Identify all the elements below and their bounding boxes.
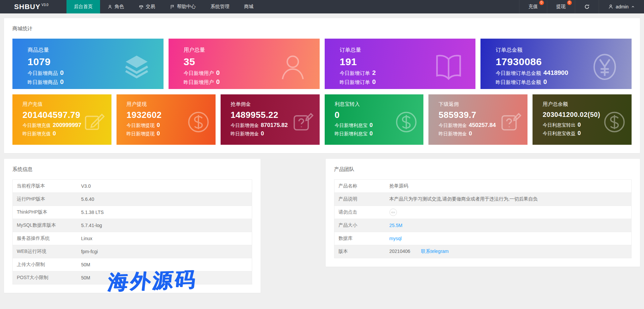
row-value: 5.6.40 xyxy=(77,193,252,206)
dollar-circle-icon xyxy=(394,109,419,134)
card-subline-value: 0 xyxy=(372,78,376,85)
shop-statistics-panel: 商城统计 商品总量1079今日新增商品0昨日新增商品0用户总量35今日新增用户0… xyxy=(4,18,640,153)
card-subline-label: 今日新增用户 xyxy=(184,70,214,76)
system-info-title: 系统信息 xyxy=(12,166,252,173)
book-icon xyxy=(433,51,464,82)
stat-card-用户总量: 用户总量35今日新增用户0昨日新增用户0 xyxy=(169,39,320,89)
nav-item-商城[interactable]: 商城 xyxy=(237,0,261,13)
refresh-icon xyxy=(584,4,590,9)
product-team-table: 产品名称抢单源码产品说明本产品只为学习测试交流,请勿要做商业或者用于违法行为,一… xyxy=(334,179,632,258)
nav-action-提现[interactable]: 提现0 xyxy=(547,0,575,13)
row-value: Linux xyxy=(77,232,252,245)
watermark-text: 海外源码 xyxy=(106,266,198,296)
card-title: 用户提现 xyxy=(127,101,216,107)
row-label: 产品名称 xyxy=(334,180,385,193)
product-team-panel: 产品团队 产品名称抢单源码产品说明本产品只为学习测试交流,请勿要做商业或者用于违… xyxy=(326,159,640,267)
help-edit-icon xyxy=(498,109,523,134)
nav-item-label: 系统管理 xyxy=(211,4,229,10)
card-title: 利息宝转入 xyxy=(335,101,424,107)
card-subline-value: 0 xyxy=(261,130,264,137)
table-row: 产品大小25.5M xyxy=(334,219,632,232)
row-value: 本产品只为学习测试交流,请勿要做商业或者用于违法行为,一切后果自负 xyxy=(385,193,632,206)
row-value: 5.1.38 LTS xyxy=(77,206,252,219)
card-subline-value: 870175.82 xyxy=(261,122,288,128)
nav-item-角色[interactable]: 角色 xyxy=(100,0,131,13)
card-subline-value: 4418900 xyxy=(543,69,568,76)
row-label: 产品说明 xyxy=(334,193,385,206)
bottom-panels: 系统信息 当前程序版本V3.0运行PHP版本5.6.40ThinkPHP版本5.… xyxy=(4,159,640,293)
card-subline-label: 今日新增利息宝 xyxy=(335,123,368,128)
card-title: 抢单佣金 xyxy=(231,101,320,107)
card-title: 用户总余额 xyxy=(543,101,632,107)
stat-cards-row2: 用户充值201404597.79今日新增充值200999997昨日新增充值0用户… xyxy=(12,94,632,145)
table-row: 当前程序版本V3.0 xyxy=(13,180,252,193)
row-value-text: 5.7.41-log xyxy=(81,223,102,228)
app-logo: SHBUY V3.0 xyxy=(0,0,66,13)
stat-card-下级返佣: 下级返佣585939.7今日新增佣金450257.84昨日新增佣金0 xyxy=(428,94,527,145)
dollar-circle-icon xyxy=(186,109,211,134)
row-value: 404 xyxy=(385,206,632,219)
logo-version: V3.0 xyxy=(42,3,49,7)
stat-card-用户提现: 用户提现1932602今日新增提现0昨日新增提现0 xyxy=(117,94,216,145)
row-value-text: 20210406 xyxy=(389,249,410,254)
card-subline-value: 0 xyxy=(60,69,64,76)
card-subline-label: 今日利息宝转出 xyxy=(543,122,576,128)
nav-item-后台首页[interactable]: 后台首页 xyxy=(66,0,100,13)
top-navbar: SHBUY V3.0 后台首页角色交易帮助中心系统管理商城 充值0提现0admi… xyxy=(0,0,644,13)
chevron-up-icon xyxy=(631,5,635,9)
nav-item-label: 帮助中心 xyxy=(177,4,196,10)
stat-card-利息宝转入: 利息宝转入0今日新增利息宝0昨日新增利息宝0 xyxy=(325,94,424,145)
card-subline-label: 昨日新增订单 xyxy=(340,79,370,85)
table-row: 版本20210406联系telegram xyxy=(334,245,632,258)
layers-icon xyxy=(121,51,152,82)
table-row: 产品名称抢单源码 xyxy=(334,180,632,193)
card-subline-label: 今日新增订单 xyxy=(340,70,370,76)
stat-cards-row1: 商品总量1079今日新增商品0昨日新增商品0用户总量35今日新增用户0昨日新增用… xyxy=(12,39,632,89)
row-value: 5.7.41-log xyxy=(77,219,252,232)
user-outline-icon xyxy=(277,51,308,82)
row-value: 抢单源码 xyxy=(385,180,632,193)
main-menu: 后台首页角色交易帮助中心系统管理商城 xyxy=(66,0,261,13)
row-value-text: V3.0 xyxy=(81,183,91,189)
card-subline-value: 0 xyxy=(469,130,472,137)
card-subline-value: 0 xyxy=(157,122,160,128)
nav-item-系统管理[interactable]: 系统管理 xyxy=(203,0,237,13)
row-value-text: Linux xyxy=(81,236,92,241)
scales-icon xyxy=(139,4,144,9)
row-value: 25.5M xyxy=(385,219,632,232)
row-value: V3.0 xyxy=(77,180,252,193)
refresh-button[interactable] xyxy=(575,0,599,13)
card-subline-label: 今日新增充值 xyxy=(22,123,51,128)
card-subline-label: 昨日新增订单总金额 xyxy=(496,79,541,85)
broken-image-404: 404 xyxy=(389,209,397,216)
card-title: 用户充值 xyxy=(22,101,111,107)
stat-card-用户充值: 用户充值201404597.79今日新增充值200999997昨日新增充值0 xyxy=(12,94,111,145)
row-label: 服务器操作系统 xyxy=(13,232,77,245)
navbar-right-actions: 充值0提现0admin xyxy=(519,0,644,13)
card-subline-value: 2 xyxy=(372,69,376,76)
row-label: 当前程序版本 xyxy=(13,180,77,193)
row-value: fpm-fcgi xyxy=(77,245,252,258)
nav-item-label: 交易 xyxy=(146,4,155,10)
nav-action-label: 提现 xyxy=(556,4,566,10)
table-row: WEB运行环境fpm-fcgi xyxy=(13,245,252,258)
stat-card-订单总量: 订单总量191今日新增订单2昨日新增订单0 xyxy=(325,39,476,89)
nav-item-label: 后台首页 xyxy=(74,4,93,10)
nav-item-label: 角色 xyxy=(114,4,124,10)
card-subline-value: 0 xyxy=(216,78,220,85)
nav-item-帮助中心[interactable]: 帮助中心 xyxy=(163,0,203,13)
row-label: 请勿点击 xyxy=(334,206,385,219)
logo-text: SHBUY xyxy=(14,3,41,11)
row-value-link[interactable]: 25.5M xyxy=(389,223,403,228)
row-value-link[interactable]: 联系telegram xyxy=(421,249,449,254)
card-subline-label: 昨日新增利息宝 xyxy=(335,131,368,136)
card-subline-value: 0 xyxy=(60,78,64,85)
row-value-text: 50M xyxy=(81,275,90,280)
row-value-link[interactable]: mysql xyxy=(389,236,402,241)
stat-card-订单总金额: 订单总金额17930086今日新增订单总金额4418900昨日新增订单总金额0 xyxy=(480,39,632,89)
admin-user-menu[interactable]: admin xyxy=(599,0,644,13)
card-subline-label: 今日新增佣金 xyxy=(439,123,467,128)
nav-item-交易[interactable]: 交易 xyxy=(131,0,163,13)
card-subline-label: 昨日新增佣金 xyxy=(231,131,259,136)
nav-action-充值[interactable]: 充值0 xyxy=(519,0,547,13)
